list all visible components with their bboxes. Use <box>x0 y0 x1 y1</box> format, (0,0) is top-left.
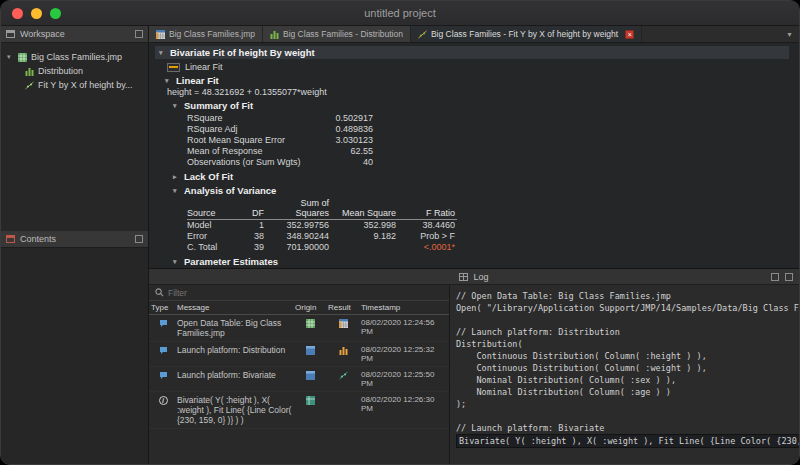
filter-input[interactable] <box>168 288 288 298</box>
workspace-panel-header[interactable]: Workspace <box>1 26 148 43</box>
cell: Model <box>187 220 235 231</box>
stat-label: RSquare Adj <box>187 124 315 135</box>
column-header[interactable]: Message <box>177 303 293 312</box>
cell: 38.4460 <box>401 220 455 231</box>
column-header[interactable]: Timestamp <box>361 303 447 312</box>
stat-value: 40 <box>315 157 373 168</box>
script-line: ); <box>456 398 793 410</box>
disclosure-icon[interactable]: ▾ <box>159 49 166 57</box>
column-header: DF <box>240 208 264 218</box>
stat-value: 0.502917 <box>315 113 373 124</box>
workspace-panel-toggle-icon[interactable] <box>135 30 143 38</box>
disclosure-icon[interactable]: ▾ <box>173 258 180 266</box>
cell: 348.90244 <box>269 231 329 242</box>
log-menu-icon[interactable] <box>785 273 793 281</box>
disclosure-icon[interactable]: ▾ <box>7 53 14 61</box>
anova-outline[interactable]: ▾ Analysis of Variance <box>173 185 799 196</box>
tab-label: Big Class Families.jmp <box>169 29 255 39</box>
contents-label: Contents <box>20 234 56 244</box>
stat-label: Root Mean Square Error <box>187 135 315 146</box>
table-row: RSquare 0.502917 <box>187 113 799 124</box>
fit-line-swatch <box>167 63 180 72</box>
log-title-bar[interactable]: Log <box>149 269 799 285</box>
log-row-open-table[interactable]: Open Data Table: Big Class Families.jmp … <box>149 315 449 342</box>
tab-fit-y-by-x[interactable]: Big Class Families - Fit Y by X of heigh… <box>411 26 642 42</box>
tab-close-icon[interactable]: × <box>625 30 634 39</box>
column-header[interactable]: Origin <box>295 303 326 312</box>
log-undock-icon[interactable] <box>771 273 779 281</box>
script-line: Nominal Distribution( Column( :sex ) ), <box>456 374 793 386</box>
script-line: Distribution( <box>456 338 793 350</box>
workspace-icon <box>6 30 15 38</box>
table-row: Model 1 352.99756 352.998 38.4460 <box>187 220 457 231</box>
minimize-window-button[interactable] <box>31 8 42 19</box>
tree-item-label: Distribution <box>38 66 83 76</box>
parameter-estimates-outline[interactable]: ▾ Parameter Estimates <box>173 256 799 267</box>
script-line: Nominal Distribution( Column( :age ) ) <box>456 386 793 398</box>
table-row: RSquare Adj 0.489836 <box>187 124 799 135</box>
script-line: // Open Data Table: Big Class Families.j… <box>456 290 793 302</box>
origin-report-icon <box>306 396 315 405</box>
scatter-fit-icon <box>418 30 427 39</box>
contents-panel-header[interactable]: Contents <box>1 231 148 248</box>
cell: 352.998 <box>334 220 396 231</box>
log-table-header: Type Message Origin Result Timestamp <box>149 301 449 315</box>
log-filter-bar <box>149 285 449 301</box>
report-title-outline[interactable]: ▾ Bivariate Fit of height By weight <box>155 46 789 59</box>
script-line: Continuous Distribution( Column( :weight… <box>456 362 793 374</box>
script-line <box>456 314 793 326</box>
column-header[interactable]: Type <box>151 303 175 312</box>
tab-distribution[interactable]: Big Class Families - Distribution <box>263 26 411 42</box>
info-icon: i <box>159 396 168 405</box>
cell: 9.182 <box>334 231 396 242</box>
tree-item-distribution[interactable]: Distribution <box>7 64 144 78</box>
summary-of-fit-outline[interactable]: ▾ Summary of Fit <box>173 100 799 111</box>
disclosure-icon[interactable]: ▾ <box>173 187 180 195</box>
lack-of-fit-outline[interactable]: ▸ Lack Of Fit <box>173 171 799 182</box>
title-bar: untitled project <box>1 1 799 26</box>
tree-item-fit-y-by-x[interactable]: Fit Y by X of height by... <box>7 78 144 92</box>
log-message: Open Data Table: Big Class Families.jmp <box>177 318 293 338</box>
column-header: Mean Square <box>334 208 396 218</box>
result-data-table-icon <box>339 319 348 328</box>
zoom-window-button[interactable] <box>50 8 61 19</box>
cell: 38 <box>240 231 264 242</box>
lack-of-fit-heading: Lack Of Fit <box>184 171 233 182</box>
log-row-bivariate-script[interactable]: i Bivariate( Y( :height ), X( :weight ),… <box>149 392 449 429</box>
log-message: Launch platform: Bivariate <box>177 370 293 380</box>
disclosure-icon[interactable]: ▾ <box>173 102 180 110</box>
cell: Error <box>187 231 235 242</box>
log-timestamp: 08/02/2020 12:24:56 PM <box>361 318 447 336</box>
disclosure-icon[interactable]: ▸ <box>173 173 180 181</box>
log-title: Log <box>473 272 488 282</box>
table-row: Root Mean Square Error 3.030123 <box>187 135 799 146</box>
linear-fit-outline[interactable]: ▾ Linear Fit <box>165 75 799 86</box>
distribution-icon <box>25 67 34 76</box>
disclosure-icon[interactable]: ▾ <box>165 77 172 85</box>
tab-data-table[interactable]: Big Class Families.jmp <box>149 26 263 42</box>
stat-label: RSquare <box>187 113 315 124</box>
script-line: Continuous Distribution( Column( :height… <box>456 350 793 362</box>
origin-data-table-icon <box>306 319 315 328</box>
column-header[interactable]: Result <box>328 303 359 312</box>
fit-legend[interactable]: Linear Fit <box>167 62 799 72</box>
contents-panel-toggle-icon[interactable] <box>135 235 143 243</box>
log-row-launch-bivariate[interactable]: Launch platform: Bivariate 08/02/2020 12… <box>149 367 449 392</box>
report-title: Bivariate Fit of height By weight <box>170 47 315 58</box>
window-controls <box>12 8 61 19</box>
tab-list-dropdown-icon[interactable]: ▼ <box>786 31 793 38</box>
scatter-fit-icon <box>25 81 34 90</box>
cell <box>334 242 396 253</box>
message-type-icon <box>159 346 168 355</box>
script-line: // Launch platform: Bivariate <box>456 422 793 434</box>
close-window-button[interactable] <box>12 8 23 19</box>
cell: Prob > F <box>401 231 455 242</box>
log-script-pane[interactable]: // Open Data Table: Big Class Families.j… <box>450 285 799 464</box>
table-row: C. Total 39 701.90000 <.0001* <box>187 242 457 253</box>
contents-icon <box>6 235 15 243</box>
column-header: Source <box>187 208 235 218</box>
log-row-launch-distribution[interactable]: Launch platform: Distribution 08/02/2020… <box>149 342 449 367</box>
table-row: Observations (or Sum Wgts) 40 <box>187 157 799 168</box>
cell: 352.99756 <box>269 220 329 231</box>
tree-item-data-table[interactable]: ▾ Big Class Families.jmp <box>7 50 144 64</box>
